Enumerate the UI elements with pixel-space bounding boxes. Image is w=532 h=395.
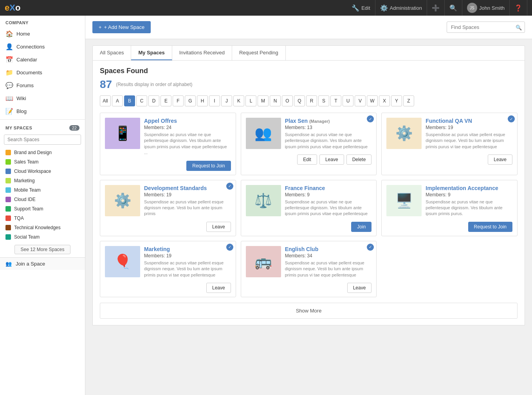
alpha-btn-b[interactable]: B	[124, 95, 135, 106]
search-nav-item[interactable]: 🔍	[445, 0, 462, 16]
tab-all-spaces[interactable]: All Spaces	[93, 46, 131, 60]
sidebar-space-cloud-ide[interactable]: Cloud IDE	[0, 195, 85, 204]
leave-button[interactable]: Leave	[488, 154, 512, 165]
card-image: 🎈	[105, 246, 140, 277]
alpha-btn-u[interactable]: U	[343, 95, 353, 106]
wiki-icon: 📖	[5, 95, 13, 102]
alpha-btn-o[interactable]: O	[282, 95, 293, 106]
alpha-btn-h[interactable]: H	[197, 95, 208, 106]
top-navigation: eXo 🔧 Edit ⚙️ Administration ➕ 🔍 JS John…	[0, 0, 532, 16]
plus-icon: +	[99, 24, 102, 30]
alpha-btn-d[interactable]: D	[148, 95, 159, 106]
request-to-join-button[interactable]: Request to Join	[468, 222, 512, 232]
add-new-space-button[interactable]: + + Add New Space	[92, 21, 151, 33]
sidebar-item-home[interactable]: 🏠 Home	[0, 27, 85, 40]
sidebar-item-documents[interactable]: 📁 Documents	[0, 66, 85, 79]
card-name[interactable]: Marketing	[144, 246, 231, 252]
find-spaces-input[interactable]	[447, 22, 525, 33]
alpha-btn-j[interactable]: J	[221, 95, 232, 106]
space-card-development-standards: ✓ ⚙️ Development Standards Members: 19 S…	[100, 180, 236, 236]
alpha-btn-s[interactable]: S	[318, 95, 329, 106]
request-to-join-button[interactable]: Request to Join	[186, 161, 231, 171]
card-info: Marketing Members: 19 Suspendisse ac pur…	[144, 246, 231, 278]
card-name[interactable]: Appel Offres	[144, 118, 231, 124]
help-nav-item[interactable]: ❓	[510, 0, 527, 16]
card-name[interactable]: Plax Sen (Manager)	[285, 118, 372, 124]
alpha-btn-w[interactable]: W	[367, 95, 378, 106]
alpha-btn-i[interactable]: I	[209, 95, 220, 106]
delete-button[interactable]: Delete	[346, 154, 372, 165]
alpha-btn-g[interactable]: G	[185, 95, 196, 106]
main-layout: COMPANY 🏠 Home 👤 Connections 📅 Calendar …	[0, 16, 532, 395]
card-image: 🚌	[246, 246, 281, 277]
sidebar-space-tqa[interactable]: TQA	[0, 214, 85, 223]
alpha-btn-e[interactable]: E	[161, 95, 171, 106]
tab-my-spaces[interactable]: My Spaces	[131, 46, 172, 60]
card-members: Members: 9	[285, 192, 372, 198]
tab-request-pending[interactable]: Request Pending	[232, 46, 286, 60]
alpha-btn-all[interactable]: All	[100, 95, 111, 106]
card-info: Development Standards Members: 19 Suspen…	[144, 185, 231, 217]
card-name[interactable]: Development Standards	[144, 185, 231, 191]
sidebar-item-wiki[interactable]: 📖 Wiki	[0, 92, 85, 105]
alpha-btn-t[interactable]: T	[330, 95, 341, 106]
show-more-button[interactable]: Show More	[100, 303, 518, 319]
sidebar-item-blog[interactable]: 📝 Blog	[0, 105, 85, 118]
card-members: Members: 13	[285, 125, 372, 130]
alpha-btn-x[interactable]: X	[379, 95, 390, 106]
card-members: Members: 9	[426, 192, 512, 198]
see-more-spaces-button[interactable]: See 12 More Spaces	[14, 245, 70, 254]
alpha-btn-y[interactable]: Y	[391, 95, 402, 106]
card-info: Appel Offres Members: 24 Suspendisse ac …	[144, 118, 231, 156]
tab-invitations-received[interactable]: Invitations Received	[172, 46, 232, 60]
edit-nav-item[interactable]: 🔧 Edit	[347, 0, 375, 16]
sidebar-space-cloud-workspace[interactable]: Cloud Workspace	[0, 167, 85, 176]
leave-button[interactable]: Leave	[206, 283, 231, 293]
card-members: Members: 19	[426, 125, 512, 130]
sidebar-space-mobile-team[interactable]: Mobile Team	[0, 185, 85, 195]
card-name[interactable]: Implementation Acceptance	[426, 185, 512, 191]
administration-nav-item[interactable]: ⚙️ Administration	[375, 0, 427, 16]
alpha-btn-z[interactable]: Z	[403, 95, 414, 106]
alpha-btn-k[interactable]: K	[233, 95, 244, 106]
alpha-btn-n[interactable]: N	[270, 95, 281, 106]
sidebar-space-technical-knowledges[interactable]: Technical Knowledges	[0, 223, 85, 232]
alpha-btn-q[interactable]: Q	[294, 95, 305, 106]
alpha-btn-a[interactable]: A	[112, 95, 123, 106]
app-logo[interactable]: eXo	[5, 3, 20, 13]
leave-button[interactable]: Leave	[347, 283, 372, 293]
card-manager: (Manager)	[309, 119, 330, 124]
card-info: English Club Members: 34 Suspendisse ac …	[285, 246, 372, 278]
calendar-icon: 📅	[5, 56, 13, 63]
sidebar-item-calendar[interactable]: 📅 Calendar	[0, 53, 85, 66]
card-image-icon: ⚙️	[114, 192, 132, 209]
leave-button[interactable]: Leave	[319, 154, 344, 165]
sidebar-item-forums[interactable]: 💬 Forums	[0, 79, 85, 92]
sidebar-space-social-team[interactable]: Social Team	[0, 232, 85, 242]
leave-button[interactable]: Leave	[206, 222, 231, 232]
alpha-filter: All A B C D E F G H I J K L M N O Q	[100, 95, 518, 106]
user-nav-item[interactable]: JS John Smith	[462, 0, 510, 16]
sidebar-item-connections[interactable]: 👤 Connections	[0, 40, 85, 53]
edit-button[interactable]: Edit	[297, 154, 317, 165]
alpha-btn-c[interactable]: C	[136, 95, 147, 106]
search-spaces-input[interactable]	[4, 135, 81, 145]
space-dot	[5, 169, 11, 174]
card-description: Suspendisse ac purus vitae ne que pellen…	[144, 132, 231, 156]
alpha-btn-l[interactable]: L	[245, 95, 256, 106]
space-dot	[5, 150, 11, 155]
card-name[interactable]: Functional QA VN	[426, 118, 512, 124]
alpha-btn-m[interactable]: M	[258, 95, 269, 106]
card-name[interactable]: English Club	[285, 246, 372, 252]
add-nav-item[interactable]: ➕	[427, 0, 445, 16]
alpha-btn-v[interactable]: V	[355, 95, 366, 106]
alpha-btn-f[interactable]: F	[173, 95, 184, 106]
join-button[interactable]: Join	[351, 222, 371, 232]
alpha-btn-r[interactable]: R	[306, 95, 317, 106]
sidebar-space-sales-team[interactable]: Sales Team	[0, 157, 85, 167]
sidebar-space-marketing[interactable]: Marketing	[0, 176, 85, 185]
join-a-space-item[interactable]: 👥 Join a Space	[0, 257, 85, 270]
card-name[interactable]: France Finance	[285, 185, 372, 191]
sidebar-space-support-team[interactable]: Support Team	[0, 204, 85, 214]
sidebar-space-brand-and-design[interactable]: Brand and Design	[0, 148, 85, 157]
